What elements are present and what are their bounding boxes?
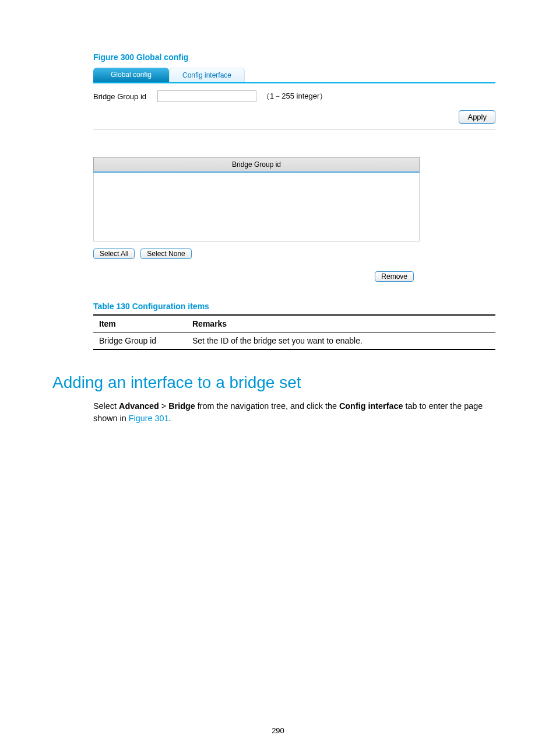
bridge-group-list-panel: Bridge Group id [93, 157, 420, 242]
bridge-group-id-label: Bridge Group id [93, 92, 157, 101]
list-body[interactable] [93, 173, 420, 242]
bridge-group-id-input[interactable] [157, 90, 256, 102]
text: Select [93, 401, 119, 411]
tab-config-interface[interactable]: Config interface [169, 68, 245, 82]
select-none-button[interactable]: Select None [140, 249, 191, 259]
apply-button[interactable]: Apply [459, 110, 495, 124]
config-ui-block: Global config Config interface Bridge Gr… [93, 68, 495, 130]
remove-button[interactable]: Remove [375, 271, 414, 282]
figure-caption: Figure 300 Global config [93, 52, 504, 62]
config-items-table: Item Remarks Bridge Group id Set the ID … [93, 314, 495, 350]
text: > [159, 401, 168, 411]
bold-config-interface: Config interface [339, 401, 403, 411]
select-all-button[interactable]: Select All [93, 249, 135, 259]
table-row: Bridge Group id Set the ID of the bridge… [93, 332, 495, 350]
table-header-remarks: Remarks [186, 315, 495, 332]
bridge-group-id-row: Bridge Group id （1－255 integer） [93, 90, 495, 102]
table-cell-item: Bridge Group id [93, 332, 186, 350]
bridge-group-id-hint: （1－255 integer） [262, 91, 327, 102]
text: . [169, 414, 171, 423]
bold-bridge: Bridge [168, 401, 195, 411]
text: from the navigation tree, and click the [195, 401, 339, 411]
tab-global-config[interactable]: Global config [93, 68, 169, 82]
figure-301-link[interactable]: Figure 301 [129, 414, 169, 423]
table-caption: Table 130 Configuration items [93, 302, 504, 311]
list-header: Bridge Group id [93, 157, 420, 173]
bold-advanced: Advanced [119, 401, 159, 411]
section-title: Adding an interface to a bridge set [52, 373, 504, 392]
table-cell-remarks: Set the ID of the bridge set you want to… [186, 332, 495, 350]
list-toolbar: Select All Select None Remove [93, 249, 420, 282]
tab-strip: Global config Config interface [93, 68, 495, 83]
body-paragraph: Select Advanced > Bridge from the naviga… [93, 400, 501, 425]
page-number: 290 [0, 726, 556, 735]
table-header-item: Item [93, 315, 186, 332]
